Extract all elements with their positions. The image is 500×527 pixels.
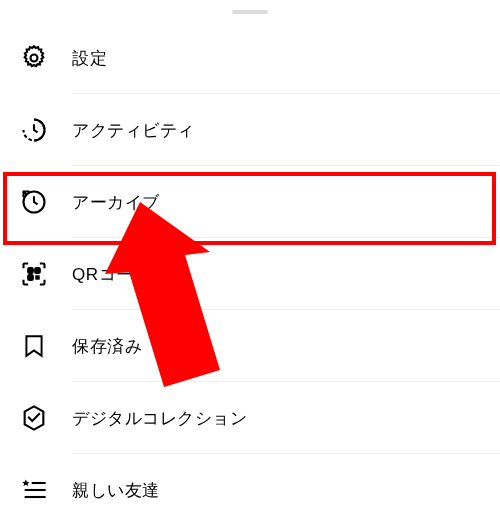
svg-rect-5	[36, 276, 38, 278]
archive-icon	[20, 188, 48, 216]
menu-item-settings[interactable]: 設定	[0, 22, 500, 94]
menu-label: QRコード	[72, 263, 151, 286]
menu-label: 親しい友達	[72, 479, 160, 502]
activity-icon	[20, 116, 48, 144]
digital-collection-icon	[20, 404, 48, 432]
saved-icon	[20, 332, 48, 360]
svg-point-0	[31, 55, 38, 62]
menu-label: 保存済み	[72, 335, 142, 358]
svg-rect-4	[28, 275, 33, 280]
menu-item-activity[interactable]: アクティビティ	[0, 94, 500, 166]
menu-label: アーカイブ	[72, 191, 160, 214]
menu-list: 設定 アクティビティ アーカイブ	[0, 22, 500, 526]
menu-label: 設定	[72, 47, 107, 70]
menu-label: デジタルコレクション	[72, 407, 247, 430]
menu-item-qr[interactable]: QRコード	[0, 238, 500, 310]
settings-icon	[20, 44, 48, 72]
drag-handle[interactable]	[232, 10, 268, 14]
svg-rect-2	[28, 268, 33, 273]
svg-rect-3	[35, 268, 40, 273]
menu-item-archive[interactable]: アーカイブ	[0, 166, 500, 238]
menu-label: アクティビティ	[72, 119, 195, 142]
menu-item-close-friends[interactable]: 親しい友達	[0, 454, 500, 526]
menu-item-digital-collection[interactable]: デジタルコレクション	[0, 382, 500, 454]
qr-icon	[20, 260, 48, 288]
close-friends-icon	[20, 476, 48, 504]
menu-item-saved[interactable]: 保存済み	[0, 310, 500, 382]
